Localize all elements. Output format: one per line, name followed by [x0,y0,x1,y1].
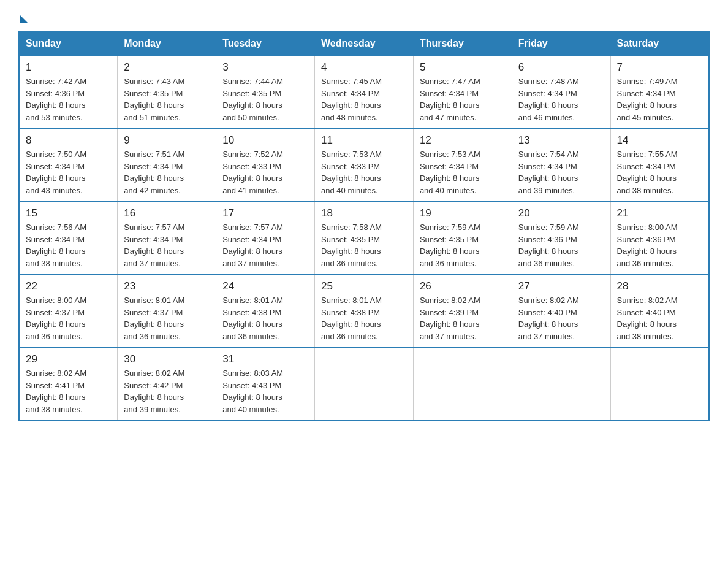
day-number: 23 [124,280,210,293]
day-number: 8 [26,134,111,147]
column-header-friday: Friday [512,31,610,56]
day-number: 26 [420,280,506,293]
day-number: 5 [420,61,506,74]
day-info: Sunrise: 7:45 AMSunset: 4:34 PMDaylight:… [321,77,382,122]
day-number: 13 [518,134,604,147]
day-info: Sunrise: 8:02 AMSunset: 4:40 PMDaylight:… [617,296,678,341]
calendar-day-5: 5 Sunrise: 7:47 AMSunset: 4:34 PMDayligh… [413,56,512,129]
day-number: 27 [518,280,604,293]
day-number: 29 [26,353,111,366]
day-number: 14 [617,134,702,147]
day-info: Sunrise: 8:02 AMSunset: 4:39 PMDaylight:… [420,296,480,341]
day-info: Sunrise: 7:49 AMSunset: 4:34 PMDaylight:… [617,77,678,122]
empty-cell [413,348,512,421]
day-info: Sunrise: 7:54 AMSunset: 4:34 PMDaylight:… [518,150,579,195]
day-number: 31 [222,353,308,366]
day-info: Sunrise: 7:57 AMSunset: 4:34 PMDaylight:… [222,223,283,268]
day-number: 17 [222,207,308,220]
day-number: 30 [124,353,210,366]
calendar-week-2: 8 Sunrise: 7:50 AMSunset: 4:34 PMDayligh… [19,129,709,202]
column-header-wednesday: Wednesday [315,31,414,56]
calendar-day-21: 21 Sunrise: 8:00 AMSunset: 4:36 PMDaylig… [610,202,709,275]
calendar-day-10: 10 Sunrise: 7:52 AMSunset: 4:33 PMDaylig… [216,129,315,202]
day-number: 16 [124,207,210,220]
day-number: 3 [222,61,308,74]
calendar-day-15: 15 Sunrise: 7:56 AMSunset: 4:34 PMDaylig… [19,202,118,275]
day-info: Sunrise: 8:01 AMSunset: 4:38 PMDaylight:… [222,296,283,341]
calendar-day-11: 11 Sunrise: 7:53 AMSunset: 4:33 PMDaylig… [315,129,414,202]
day-info: Sunrise: 7:59 AMSunset: 4:36 PMDaylight:… [518,223,579,268]
day-info: Sunrise: 7:58 AMSunset: 4:35 PMDaylight:… [321,223,382,268]
day-info: Sunrise: 7:55 AMSunset: 4:34 PMDaylight:… [617,150,678,195]
column-header-monday: Monday [118,31,216,56]
calendar-day-13: 13 Sunrise: 7:54 AMSunset: 4:34 PMDaylig… [512,129,610,202]
calendar-week-3: 15 Sunrise: 7:56 AMSunset: 4:34 PMDaylig… [19,202,709,275]
day-number: 15 [26,207,111,220]
calendar-week-1: 1 Sunrise: 7:42 AMSunset: 4:36 PMDayligh… [19,56,709,129]
day-number: 2 [124,61,210,74]
day-headers-row: SundayMondayTuesdayWednesdayThursdayFrid… [19,31,709,56]
calendar-week-5: 29 Sunrise: 8:02 AMSunset: 4:41 PMDaylig… [19,348,709,421]
calendar-day-23: 23 Sunrise: 8:01 AMSunset: 4:37 PMDaylig… [118,275,216,348]
day-number: 24 [222,280,308,293]
calendar-day-2: 2 Sunrise: 7:43 AMSunset: 4:35 PMDayligh… [118,56,216,129]
empty-cell [512,348,610,421]
day-number: 19 [420,207,506,220]
day-info: Sunrise: 7:52 AMSunset: 4:33 PMDaylight:… [222,150,283,195]
calendar-day-27: 27 Sunrise: 8:02 AMSunset: 4:40 PMDaylig… [512,275,610,348]
empty-cell [610,348,709,421]
calendar-day-7: 7 Sunrise: 7:49 AMSunset: 4:34 PMDayligh… [610,56,709,129]
day-number: 6 [518,61,604,74]
calendar-day-29: 29 Sunrise: 8:02 AMSunset: 4:41 PMDaylig… [19,348,118,421]
day-info: Sunrise: 7:51 AMSunset: 4:34 PMDaylight:… [124,150,184,195]
calendar-day-17: 17 Sunrise: 7:57 AMSunset: 4:34 PMDaylig… [216,202,315,275]
calendar-day-6: 6 Sunrise: 7:48 AMSunset: 4:34 PMDayligh… [512,56,610,129]
logo-triangle-icon [20,15,28,23]
day-info: Sunrise: 8:00 AMSunset: 4:36 PMDaylight:… [617,223,678,268]
calendar-day-1: 1 Sunrise: 7:42 AMSunset: 4:36 PMDayligh… [19,56,118,129]
logo [18,12,28,23]
calendar-day-8: 8 Sunrise: 7:50 AMSunset: 4:34 PMDayligh… [19,129,118,202]
day-info: Sunrise: 7:42 AMSunset: 4:36 PMDaylight:… [26,77,86,122]
empty-cell [315,348,414,421]
calendar-week-4: 22 Sunrise: 8:00 AMSunset: 4:37 PMDaylig… [19,275,709,348]
day-info: Sunrise: 8:02 AMSunset: 4:42 PMDaylight:… [124,369,184,414]
day-number: 12 [420,134,506,147]
day-info: Sunrise: 7:44 AMSunset: 4:35 PMDaylight:… [222,77,283,122]
day-number: 11 [321,134,407,147]
page-header [18,12,710,23]
day-info: Sunrise: 7:53 AMSunset: 4:34 PMDaylight:… [420,150,480,195]
calendar-day-26: 26 Sunrise: 8:02 AMSunset: 4:39 PMDaylig… [413,275,512,348]
day-number: 1 [26,61,111,74]
day-info: Sunrise: 8:01 AMSunset: 4:37 PMDaylight:… [124,296,184,341]
calendar-day-18: 18 Sunrise: 7:58 AMSunset: 4:35 PMDaylig… [315,202,414,275]
calendar-day-31: 31 Sunrise: 8:03 AMSunset: 4:43 PMDaylig… [216,348,315,421]
calendar-day-16: 16 Sunrise: 7:57 AMSunset: 4:34 PMDaylig… [118,202,216,275]
day-number: 25 [321,280,407,293]
calendar-day-19: 19 Sunrise: 7:59 AMSunset: 4:35 PMDaylig… [413,202,512,275]
day-info: Sunrise: 7:59 AMSunset: 4:35 PMDaylight:… [420,223,480,268]
day-info: Sunrise: 7:50 AMSunset: 4:34 PMDaylight:… [26,150,86,195]
day-info: Sunrise: 7:43 AMSunset: 4:35 PMDaylight:… [124,77,184,122]
day-number: 22 [26,280,111,293]
day-info: Sunrise: 7:53 AMSunset: 4:33 PMDaylight:… [321,150,382,195]
day-info: Sunrise: 7:57 AMSunset: 4:34 PMDaylight:… [124,223,184,268]
day-number: 9 [124,134,210,147]
day-info: Sunrise: 8:03 AMSunset: 4:43 PMDaylight:… [222,369,283,414]
column-header-thursday: Thursday [413,31,512,56]
calendar-day-3: 3 Sunrise: 7:44 AMSunset: 4:35 PMDayligh… [216,56,315,129]
calendar-day-14: 14 Sunrise: 7:55 AMSunset: 4:34 PMDaylig… [610,129,709,202]
calendar-day-20: 20 Sunrise: 7:59 AMSunset: 4:36 PMDaylig… [512,202,610,275]
column-header-saturday: Saturday [610,31,709,56]
day-number: 21 [617,207,702,220]
day-number: 20 [518,207,604,220]
day-number: 7 [617,61,702,74]
day-number: 18 [321,207,407,220]
day-number: 4 [321,61,407,74]
calendar-day-30: 30 Sunrise: 8:02 AMSunset: 4:42 PMDaylig… [118,348,216,421]
calendar-day-24: 24 Sunrise: 8:01 AMSunset: 4:38 PMDaylig… [216,275,315,348]
calendar-day-25: 25 Sunrise: 8:01 AMSunset: 4:38 PMDaylig… [315,275,414,348]
calendar-day-9: 9 Sunrise: 7:51 AMSunset: 4:34 PMDayligh… [118,129,216,202]
calendar-day-28: 28 Sunrise: 8:02 AMSunset: 4:40 PMDaylig… [610,275,709,348]
column-header-sunday: Sunday [19,31,118,56]
